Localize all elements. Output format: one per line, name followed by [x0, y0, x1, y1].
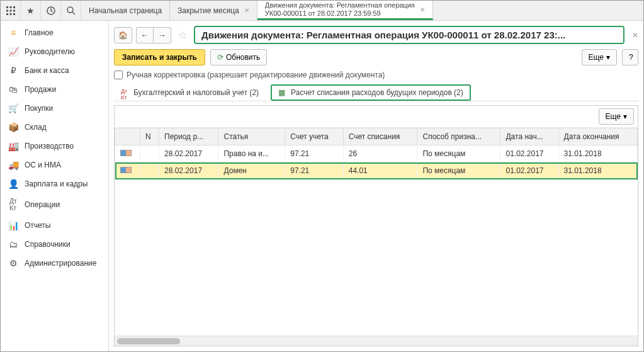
help-button[interactable]: ? [622, 49, 638, 65]
cell-n [140, 162, 159, 179]
sidebar-item-reports[interactable]: 📊Отчеты [1, 216, 108, 235]
tab-month-close[interactable]: Закрытие месяца ✕ [170, 1, 257, 20]
svg-point-10 [67, 7, 73, 13]
tab-label: Начальная страница [89, 6, 162, 15]
tab-label: Закрытие месяца [178, 6, 239, 15]
col-n[interactable]: N [140, 128, 159, 145]
save-close-button[interactable]: Записать и закрыть [114, 49, 205, 65]
subtab-label: Расчет списания расходов будущих периодо… [291, 88, 463, 97]
sidebar-item-admin[interactable]: ⚙Администрирование [1, 254, 108, 273]
close-icon[interactable]: ✕ [244, 7, 249, 14]
sidebar-item-production[interactable]: 🏭Производство [1, 137, 108, 156]
sidebar-item-salary[interactable]: 👤Зарплата и кадры [1, 174, 108, 193]
gear-icon: ⚙ [7, 258, 20, 268]
tab-document-movements[interactable]: Движения документа: Регламентная операци… [257, 1, 433, 20]
cell-period: 28.02.2017 [159, 162, 218, 179]
col-method[interactable]: Способ призна... [417, 128, 500, 145]
cell-method: По месяцам [417, 145, 500, 162]
sidebar-item-label: Главное [25, 28, 54, 37]
manual-edit-label: Ручная корректировка (разрешает редактир… [127, 71, 385, 79]
table-more-button[interactable]: Еще ▾ [599, 108, 634, 125]
cell-account: 97.21 [285, 162, 344, 179]
svg-rect-1 [9, 6, 11, 8]
more-button[interactable]: Еще ▾ [582, 49, 617, 65]
svg-rect-8 [13, 13, 15, 15]
forward-button[interactable]: → [154, 27, 171, 43]
home-button[interactable]: 🏠 [114, 27, 132, 43]
reports-icon: 📊 [7, 220, 20, 230]
sidebar-item-bank[interactable]: ₽Банк и касса [1, 61, 108, 80]
close-icon[interactable]: ✕ [420, 6, 425, 13]
cell-start: 01.02.2017 [500, 162, 558, 179]
col-account[interactable]: Счет учета [285, 128, 344, 145]
cell-article: Право на и... [218, 145, 285, 162]
star-icon[interactable]: ☆ [178, 28, 188, 42]
table-row[interactable]: 28.02.2017 Право на и... 97.21 26 По мес… [115, 145, 638, 162]
sidebar-item-catalogs[interactable]: 🗂Справочники [1, 235, 108, 254]
col-icon[interactable] [115, 128, 140, 145]
tabs: Начальная страница Закрытие месяца ✕ Дви… [81, 1, 643, 20]
more-label: Еще [606, 112, 621, 121]
sidebar-item-label: Зарплата и кадры [25, 179, 88, 188]
top-toolbar: ★ Начальная страница Закрытие месяца ✕ Д… [1, 1, 643, 21]
data-table: N Период р... Статья Счет учета Счет спи… [115, 128, 638, 179]
sidebar: ≡Главное 📈Руководителю ₽Банк и касса 🛍Пр… [1, 21, 109, 351]
history-icon[interactable] [41, 1, 61, 20]
horizontal-scrollbar[interactable] [115, 336, 638, 346]
table-row[interactable]: 28.02.2017 Домен 97.21 44.01 По месяцам … [115, 162, 638, 179]
sidebar-item-label: Справочники [25, 240, 71, 249]
sidebar-item-warehouse[interactable]: 📦Склад [1, 118, 108, 137]
truck-icon: 🚚 [7, 160, 20, 170]
cell-method: По месяцам [417, 162, 500, 179]
subtab-deferred-expenses[interactable]: ▦ Расчет списания расходов будущих перио… [271, 84, 471, 101]
svg-rect-5 [13, 9, 15, 11]
sidebar-item-manager[interactable]: 📈Руководителю [1, 42, 108, 61]
briefcase-icon: 🛍 [7, 84, 20, 94]
col-article[interactable]: Статья [218, 128, 285, 145]
sidebar-item-sales[interactable]: 🛍Продажи [1, 80, 108, 99]
cell-end: 31.01.2018 [558, 162, 637, 179]
subtab-accounting[interactable]: ДтКт Бухгалтерский и налоговый учет (2) [114, 84, 266, 101]
factory-icon: 🏭 [7, 141, 20, 151]
search-icon[interactable] [61, 1, 81, 20]
scrollbar-thumb[interactable] [117, 338, 180, 344]
svg-rect-4 [9, 9, 11, 11]
cell-writeoff: 44.01 [343, 162, 417, 179]
svg-rect-3 [6, 9, 8, 11]
col-writeoff[interactable]: Счет списания [343, 128, 417, 145]
folder-icon: 🗂 [7, 239, 20, 249]
col-end[interactable]: Дата окончания [558, 128, 637, 145]
sidebar-item-label: Операции [25, 200, 60, 209]
sidebar-item-operations[interactable]: ДтКтОперации [1, 193, 108, 216]
favorite-icon[interactable]: ★ [21, 1, 41, 20]
sidebar-item-label: Банк и касса [25, 66, 69, 75]
content: 🏠 ← → ☆ Движения документа: Регламентная… [109, 21, 643, 351]
refresh-button[interactable]: ⟳ Обновить [210, 49, 267, 65]
operations-icon: ДтКт [7, 198, 20, 212]
cell-start: 01.02.2017 [500, 145, 558, 162]
sidebar-item-assets[interactable]: 🚚ОС и НМА [1, 156, 108, 174]
apps-icon[interactable] [1, 1, 21, 20]
sidebar-item-label: Склад [25, 123, 47, 132]
sidebar-item-main[interactable]: ≡Главное [1, 23, 108, 42]
back-button[interactable]: ← [136, 27, 154, 43]
sidebar-item-label: ОС и НМА [25, 161, 61, 169]
refresh-icon: ⟳ [217, 53, 223, 62]
chevron-down-icon: ▾ [606, 53, 610, 62]
close-icon[interactable]: ✕ [632, 31, 638, 40]
col-period[interactable]: Период р... [159, 128, 218, 145]
cell-account: 97.21 [285, 145, 344, 162]
page-title: Движения документа: Регламентная операци… [194, 26, 624, 44]
cell-article: Домен [218, 162, 285, 179]
col-start[interactable]: Дата нач... [500, 128, 558, 145]
cell-writeoff: 26 [343, 145, 417, 162]
tab-label: Движения документа: Регламентная операци… [265, 1, 415, 18]
tab-home[interactable]: Начальная страница [81, 1, 170, 20]
warehouse-icon: 📦 [7, 122, 20, 132]
grid-icon: ▦ [278, 88, 287, 97]
chart-icon: 📈 [7, 47, 20, 57]
sidebar-item-purchases[interactable]: 🛒Покупки [1, 99, 108, 118]
cell-n [140, 145, 159, 162]
manual-edit-checkbox[interactable] [114, 71, 123, 79]
subtabs: ДтКт Бухгалтерский и налоговый учет (2) … [114, 84, 638, 101]
